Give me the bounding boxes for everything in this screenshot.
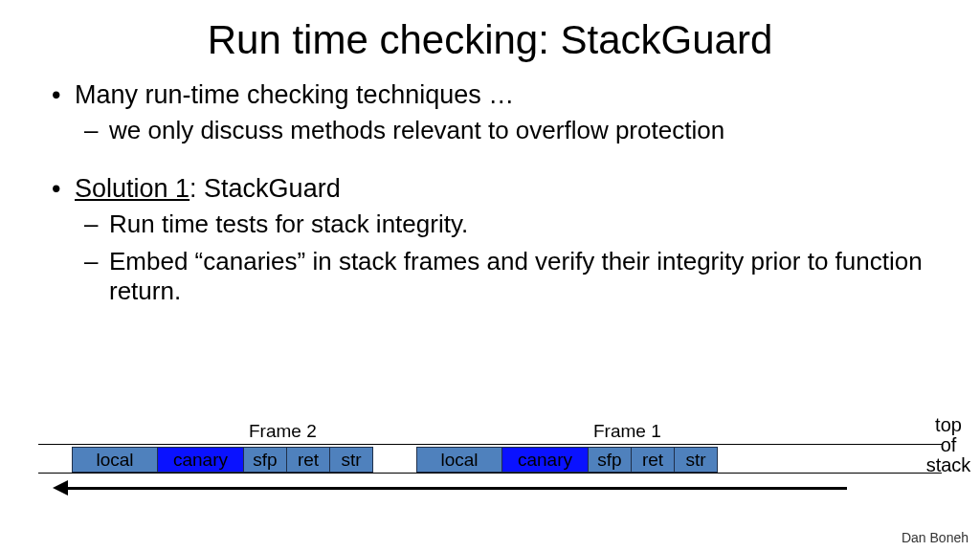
frame-1: local canary sfp ret str	[416, 447, 718, 473]
frame2-ret: ret	[287, 447, 330, 473]
bullet-1a: we only discuss methods relevant to over…	[84, 116, 932, 145]
arrow-left-icon	[53, 480, 68, 496]
bullet-2b: Embed “canaries” in stack frames and ver…	[84, 247, 932, 306]
frame2-label: Frame 2	[249, 421, 317, 442]
stack-rails: local canary sfp ret str local canary sf…	[38, 444, 942, 474]
bullet-2-underline: Solution 1	[75, 174, 189, 203]
frame1-canary: canary	[502, 447, 589, 473]
slide-title: Run time checking: StackGuard	[0, 0, 980, 80]
frame1-local: local	[416, 447, 502, 473]
frame2-canary: canary	[158, 447, 244, 473]
frame1-label: Frame 1	[593, 421, 661, 442]
frame1-ret: ret	[632, 447, 675, 473]
frame-2: local canary sfp ret str	[72, 447, 373, 473]
frame2-local: local	[72, 447, 158, 473]
bullet-1: Many run-time checking techniques …	[48, 80, 932, 110]
author-credit: Dan Boneh	[902, 530, 969, 545]
slide-body: Many run-time checking techniques … we o…	[0, 80, 980, 306]
stack-growth-arrow	[53, 478, 847, 497]
frame2-str: str	[330, 447, 373, 473]
stack-diagram: Frame 2 Frame 1 local canary sfp ret str…	[38, 421, 942, 474]
bullet-2: Solution 1: StackGuard	[48, 174, 932, 204]
frame2-sfp: sfp	[244, 447, 287, 473]
top-of-stack-label: top of stack	[915, 415, 980, 475]
bullet-2a: Run time tests for stack integrity.	[84, 209, 932, 239]
bullet-2-rest: : StackGuard	[189, 174, 341, 203]
frame1-sfp: sfp	[589, 447, 632, 473]
frame1-str: str	[675, 447, 718, 473]
